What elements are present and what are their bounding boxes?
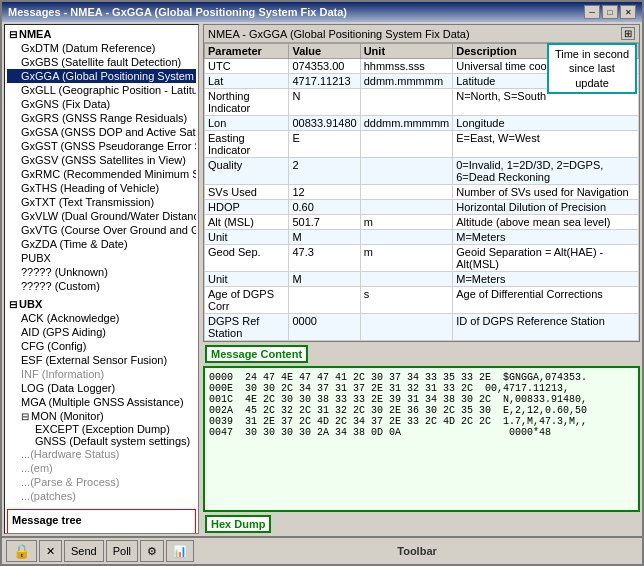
settings-button[interactable]: ⚙ [140,540,164,562]
tree-item-hardware[interactable]: ...(Hardware Status) [7,447,196,461]
nmea-root-node[interactable]: NMEA [7,27,196,41]
tree-item-gxvlw[interactable]: GxVLW (Dual Ground/Water Distance) [7,209,196,223]
cell-13-2 [360,314,453,341]
table-row: HDOP0.60Horizontal Dilution of Precision [205,200,639,215]
tree-item-mga[interactable]: MGA (Multiple GNSS Assistance) [7,395,196,409]
minimize-button[interactable]: ─ [584,5,600,19]
tree-item-gxrmc[interactable]: GxRMC (Recommended Minimum Spe... [7,167,196,181]
cell-6-3: Number of SVs used for Navigation [453,185,639,200]
cell-2-2 [360,89,453,116]
tree-item-esf[interactable]: ESF (External Sensor Fusion) [7,353,196,367]
cell-12-0: Age of DGPS Corr [205,287,289,314]
tree-item-gxzda[interactable]: GxZDA (Time & Date) [7,237,196,251]
cell-6-1: 12 [289,185,360,200]
tree-item-custom[interactable]: ????? (Custom) [7,279,196,293]
col-header-unit: Unit [360,44,453,59]
tree-item-gxgns[interactable]: GxGNS (Fix Data) [7,97,196,111]
tree-item-except[interactable]: EXCEPT (Exception Dump) [7,423,196,435]
cell-13-0: DGPS Ref Station [205,314,289,341]
hex-lines: 0000 24 47 4E 47 47 41 2C 30 37 34 33 35… [209,372,634,438]
tree-item-parse[interactable]: ...(Parse & Process) [7,475,196,489]
ubx-tree-section: UBX ACK (Acknowledge) AID (GPS Aiding) C… [5,295,198,505]
mon-root-node[interactable]: MON (Monitor) [7,409,196,423]
cell-8-0: Alt (MSL) [205,215,289,230]
lock-icon: 🔒 [13,543,30,559]
message-content-label: Message Content [205,345,308,363]
hex-line: 0047 30 30 30 30 2A 34 38 0D 0A 0000*48 [209,427,634,438]
cell-10-3: Geoid Separation = Alt(HAE) - Alt(MSL) [453,245,639,272]
close-button[interactable]: ✕ [620,5,636,19]
close-toolbar-button[interactable]: ✕ [39,540,62,562]
tree-item-gxvtg[interactable]: GxVTG (Course Over Ground and Groun... [7,223,196,237]
tree-item-gxgbs[interactable]: GxGBS (Satellite fault Detection) [7,55,196,69]
maximize-button[interactable]: □ [602,5,618,19]
ubx-root-node[interactable]: UBX [7,297,196,311]
tree-item-aid[interactable]: AID (GPS Aiding) [7,325,196,339]
cell-2-1: N [289,89,360,116]
col-header-value: Value [289,44,360,59]
cell-9-3: M=Meters [453,230,639,245]
cell-7-1: 0.60 [289,200,360,215]
cell-1-2: ddmm.mmmmm [360,74,453,89]
cell-0-0: UTC [205,59,289,74]
hex-line: 0039 31 2E 37 2C 4D 2C 34 37 2E 33 2C 4D… [209,416,634,427]
lock-button[interactable]: 🔒 [6,540,37,562]
hex-line: 0000 24 47 4E 47 47 41 2C 30 37 34 33 35… [209,372,634,383]
col-header-parameter: Parameter [205,44,289,59]
hex-line: 001C 4E 2C 30 30 38 33 33 2E 39 31 34 38… [209,394,634,405]
tree-item-gxgrs[interactable]: GxGRS (GNSS Range Residuals) [7,111,196,125]
cell-9-0: Unit [205,230,289,245]
nmea-panel-title: NMEA - GxGGA (Global Positioning System … [208,28,470,40]
table-row: Lon00833.91480dddmm.mmmmmLongitude [205,116,639,131]
tree-item-unknown[interactable]: ????? (Unknown) [7,265,196,279]
chart-button[interactable]: 📊 [166,540,194,562]
cell-4-3: E=East, W=West [453,131,639,158]
table-row: Alt (MSL)501.7mAltitude (above mean sea … [205,215,639,230]
tree-item-gxgga[interactable]: GxGGA (Global Positioning System Fix D..… [7,69,196,83]
cell-5-0: Quality [205,158,289,185]
time-box-line2: since last update [553,61,631,90]
cell-3-0: Lon [205,116,289,131]
tree-item-gxgst[interactable]: GxGST (GNSS Pseudorange Error Statisti..… [7,139,196,153]
cell-9-1: M [289,230,360,245]
nmea-expand-icon[interactable]: ⊞ [621,27,635,40]
cell-6-2 [360,185,453,200]
cell-6-0: SVs Used [205,185,289,200]
tree-item-em[interactable]: ...(em) [7,461,196,475]
tree-item-patches[interactable]: ...(patches) [7,489,196,503]
tree-item-pubx[interactable]: PUBX [7,251,196,265]
tree-item-ack[interactable]: ACK (Acknowledge) [7,311,196,325]
tree-item-gxgll[interactable]: GxGLL (Geographic Position - Latitude/..… [7,83,196,97]
main-window: Messages - NMEA - GxGGA (Global Position… [0,0,644,566]
nmea-tree-section: NMEA GxDTM (Datum Reference) GxGBS (Sate… [5,25,198,295]
tree-item-inf[interactable]: INF (Information) [7,367,196,381]
tree-item-gxtxt[interactable]: GxTXT (Text Transmission) [7,195,196,209]
poll-label: Poll [113,545,131,557]
nmea-data-panel: NMEA - GxGGA (Global Positioning System … [203,24,640,342]
hex-line: 002A 45 2C 32 2C 31 32 2C 30 2E 36 30 2C… [209,405,634,416]
table-row: Quality20=Invalid, 1=2D/3D, 2=DGPS, 6=De… [205,158,639,185]
x-icon: ✕ [46,545,55,558]
poll-button[interactable]: Poll [106,540,138,562]
table-row: Easting IndicatorEE=East, W=West [205,131,639,158]
tree-item-gxths[interactable]: GxTHS (Heading of Vehicle) [7,181,196,195]
send-button[interactable]: Send [64,540,104,562]
time-info-box: Time in second since last update [547,43,637,94]
cell-8-1: 501.7 [289,215,360,230]
table-row: UnitMM=Meters [205,272,639,287]
cell-3-3: Longitude [453,116,639,131]
table-row: Age of DGPS CorrsAge of Differential Cor… [205,287,639,314]
table-row: DGPS Ref Station0000ID of DGPS Reference… [205,314,639,341]
tree-item-log[interactable]: LOG (Data Logger) [7,381,196,395]
tree-item-gxgsa[interactable]: GxGSA (GNSS DOP and Active Satellites... [7,125,196,139]
tree-item-cfg[interactable]: CFG (Config) [7,339,196,353]
cell-11-0: Unit [205,272,289,287]
tree-item-gxgsv[interactable]: GxGSV (GNSS Satellites in View) [7,153,196,167]
message-tree-info-box: Message tree Black text indicates that t… [7,509,196,534]
msg-tree-black-label: Black text indicates [12,531,106,534]
tree-item-gxdtm[interactable]: GxDTM (Datum Reference) [7,41,196,55]
tree-item-gnss[interactable]: GNSS (Default system settings) [7,435,196,447]
time-box-line1: Time in second [553,47,631,61]
cell-12-3: Age of Differential Corrections [453,287,639,314]
cell-12-2: s [360,287,453,314]
